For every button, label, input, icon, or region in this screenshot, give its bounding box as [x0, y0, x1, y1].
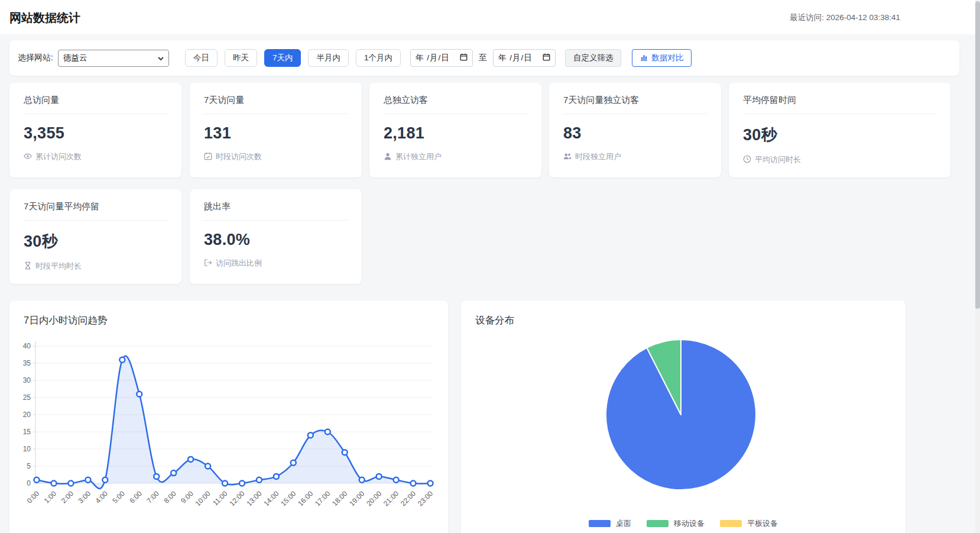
line-chart-title: 7日内小时访问趋势 — [24, 314, 107, 327]
scrollbar-thumb[interactable] — [975, 1, 980, 309]
calendar-icon[interactable] — [460, 53, 468, 63]
divider — [384, 114, 527, 114]
hourly-trend-chart-card: 7日内小时访问趋势 05101520253035400:001:002:003:… — [9, 301, 448, 533]
svg-text:11:00: 11:00 — [211, 489, 229, 508]
svg-text:14:00: 14:00 — [262, 489, 280, 508]
svg-text:18:00: 18:00 — [330, 489, 349, 508]
stat-value: 2,181 — [384, 124, 527, 143]
legend-item[interactable]: 桌面 — [589, 518, 631, 529]
stat-value: 3,355 — [24, 124, 167, 143]
legend-label: 移动设备 — [674, 518, 705, 529]
svg-text:8:00: 8:00 — [162, 489, 178, 505]
stat-card-7day-visits: 7天访问量 131 时段访问次数 — [190, 83, 362, 177]
stat-footer-label: 累计访问次数 — [35, 151, 82, 162]
legend-item[interactable]: 平板设备 — [720, 518, 778, 529]
stat-footer-label: 时段访问次数 — [216, 151, 262, 162]
stat-card-total-unique-visitors: 总独立访客 2,181 累计独立用户 — [369, 83, 541, 177]
clock-icon — [743, 155, 751, 165]
stat-card-total-visits: 总访问量 3,355 累计访问次数 — [9, 83, 181, 177]
svg-text:10: 10 — [23, 445, 31, 453]
chevron-down-icon — [158, 53, 164, 63]
stat-title: 7天访问量 — [204, 95, 348, 106]
svg-text:1:00: 1:00 — [43, 489, 59, 505]
device-distribution-pie-chart — [461, 330, 906, 508]
svg-text:0: 0 — [27, 479, 31, 487]
svg-text:19:00: 19:00 — [348, 489, 366, 508]
device-distribution-chart-card: 设备分布 桌面移动设备平板设备 — [461, 301, 906, 533]
stat-footer-label: 时段平均时长 — [35, 261, 82, 272]
stat-value: 83 — [563, 124, 707, 143]
pie-chart-title: 设备分布 — [475, 314, 514, 327]
start-date-input[interactable]: 年 /月/日 — [410, 49, 473, 67]
svg-text:23:00: 23:00 — [416, 489, 434, 508]
legend-swatch — [647, 520, 669, 527]
stat-footer-label: 平均访问时长 — [755, 154, 801, 165]
svg-text:4:00: 4:00 — [94, 489, 110, 505]
date-range-buttons: 今日 昨天 7天内 半月内 1个月内 — [185, 49, 401, 67]
range-button-1month[interactable]: 1个月内 — [356, 49, 401, 67]
svg-text:12:00: 12:00 — [228, 489, 246, 508]
stat-card-bounce-rate: 跳出率 38.0% 访问跳出比例 — [190, 189, 362, 284]
legend-item[interactable]: 移动设备 — [647, 518, 705, 529]
svg-text:15: 15 — [23, 428, 31, 436]
stat-card-avg-stay-time: 平均停留时间 30秒 平均访问时长 — [729, 83, 950, 177]
users-icon — [563, 152, 572, 162]
stat-title: 总访问量 — [24, 95, 167, 106]
last-visit-timestamp: 最近访问: 2026-04-12 03:38:41 — [790, 12, 900, 23]
custom-filter-button[interactable]: 自定义筛选 — [565, 49, 622, 67]
data-compare-label: 数据对比 — [651, 53, 683, 63]
legend-label: 桌面 — [616, 518, 631, 529]
svg-text:5: 5 — [27, 462, 31, 470]
stat-title: 7天访问量平均停留 — [24, 201, 167, 212]
svg-text:20: 20 — [23, 411, 31, 419]
start-date-placeholder: 年 /月/日 — [416, 53, 450, 63]
stat-card-7day-unique-visitors: 7天访问量独立访客 83 时段独立用户 — [549, 83, 721, 177]
filter-bar: 选择网站: 德益云 今日 昨天 7天内 半月内 1个月内 年 /月/日 至 年 … — [9, 40, 959, 76]
bar-chart-icon — [640, 53, 648, 63]
svg-text:17:00: 17:00 — [313, 489, 332, 508]
svg-text:5:00: 5:00 — [111, 489, 126, 505]
stat-title: 总独立访客 — [384, 95, 527, 106]
range-button-today[interactable]: 今日 — [185, 49, 218, 67]
svg-text:13:00: 13:00 — [245, 489, 263, 508]
stat-title: 跳出率 — [204, 201, 348, 212]
hourly-visits-line-chart: 05101520253035400:001:002:003:004:005:00… — [9, 337, 448, 533]
end-date-input[interactable]: 年 /月/日 — [493, 49, 556, 67]
site-select[interactable]: 德益云 — [58, 50, 169, 67]
stat-card-7day-avg-stay: 7天访问量平均停留 30秒 时段平均时长 — [9, 189, 181, 284]
svg-text:7:00: 7:00 — [145, 489, 161, 505]
stat-value: 38.0% — [204, 231, 348, 249]
user-icon — [384, 152, 392, 162]
svg-text:20:00: 20:00 — [365, 489, 383, 508]
svg-text:6:00: 6:00 — [128, 489, 144, 505]
svg-text:10:00: 10:00 — [194, 489, 212, 508]
end-date-placeholder: 年 /月/日 — [498, 53, 533, 63]
legend-swatch — [589, 520, 611, 527]
header: 网站数据统计 最近访问: 2026-04-12 03:38:41 — [0, 0, 975, 34]
data-compare-button[interactable]: 数据对比 — [632, 49, 692, 67]
svg-text:35: 35 — [23, 359, 31, 367]
eye-icon — [24, 152, 32, 162]
stat-title: 平均停留时间 — [743, 95, 936, 106]
divider — [743, 114, 936, 114]
calendar-icon[interactable] — [543, 53, 550, 63]
stat-footer-label: 累计独立用户 — [395, 151, 442, 162]
svg-text:21:00: 21:00 — [382, 489, 400, 508]
stat-value: 131 — [204, 124, 348, 143]
svg-text:30: 30 — [23, 376, 31, 385]
svg-text:0:00: 0:00 — [25, 489, 41, 505]
scrollbar-track[interactable] — [975, 0, 980, 533]
svg-text:9:00: 9:00 — [179, 489, 195, 505]
stat-footer-label: 访问跳出比例 — [216, 258, 262, 269]
svg-text:25: 25 — [23, 393, 31, 402]
range-button-half-month[interactable]: 半月内 — [308, 49, 349, 67]
range-button-yesterday[interactable]: 昨天 — [225, 49, 257, 67]
dashboard-page: 网站数据统计 最近访问: 2026-04-12 03:38:41 选择网站: 德… — [0, 0, 980, 533]
pie-legend: 桌面移动设备平板设备 — [461, 518, 906, 529]
legend-swatch — [720, 520, 742, 527]
range-button-7days[interactable]: 7天内 — [264, 49, 301, 67]
divider — [563, 114, 707, 114]
svg-text:16:00: 16:00 — [296, 489, 314, 508]
site-select-value: 德益云 — [63, 53, 87, 63]
svg-text:40: 40 — [23, 342, 31, 350]
